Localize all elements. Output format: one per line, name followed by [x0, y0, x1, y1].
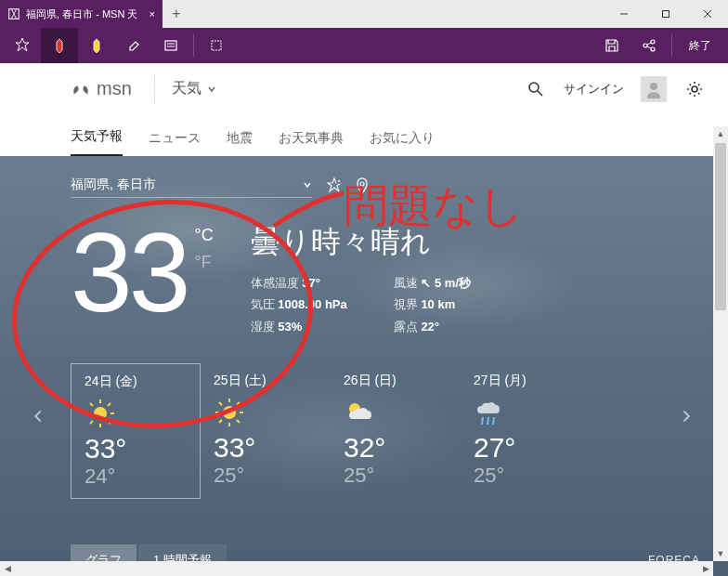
svg-line-41	[482, 417, 483, 425]
settings-button[interactable]	[683, 78, 706, 100]
window-maximize-button[interactable]	[644, 0, 686, 28]
share-button[interactable]	[630, 28, 668, 63]
forecast-prev-button[interactable]	[24, 410, 52, 423]
scroll-up-arrow[interactable]: ▲	[713, 126, 728, 141]
svg-rect-8	[212, 41, 221, 50]
svg-point-10	[651, 40, 655, 44]
svg-point-31	[223, 406, 236, 419]
msn-header: msn 天気 サインイン	[0, 63, 728, 115]
tab-title: 福岡県, 春日市 - MSN 天	[26, 7, 137, 21]
toolbar-separator	[671, 34, 672, 57]
forecast-date: 26日 (日)	[344, 373, 448, 389]
annotation-toolbar: 終了	[0, 28, 728, 63]
window-controls	[603, 0, 728, 28]
nav-tab-2[interactable]: 地震	[227, 130, 253, 156]
nav-tabs: 天気予報ニュース地震お天気事典お気に入り	[0, 115, 728, 156]
scroll-down-arrow[interactable]: ▼	[713, 546, 728, 561]
svg-point-16	[650, 83, 657, 90]
forecast-card-2[interactable]: 26日 (日)32°25°	[331, 363, 461, 499]
tab-close-icon[interactable]: ×	[149, 8, 154, 20]
location-pin-icon[interactable]	[353, 177, 371, 195]
detail-row: 湿度 53%	[251, 316, 347, 337]
detail-row: 露点 22°	[394, 316, 471, 337]
forecast-date: 25日 (土)	[214, 373, 318, 389]
svg-point-22	[94, 407, 107, 420]
svg-point-9	[644, 44, 647, 47]
svg-line-13	[647, 46, 651, 48]
detail-row: 体感温度 37°	[251, 272, 347, 294]
chevron-down-icon	[207, 85, 216, 94]
window-close-button[interactable]	[686, 0, 728, 28]
forecast-card-0[interactable]: 24日 (金)33°24°	[71, 363, 201, 499]
forecast-low: 25°	[214, 464, 318, 488]
svg-rect-5	[165, 41, 176, 50]
window-minimize-button[interactable]	[603, 0, 644, 28]
detail-row: 視界 10 km	[394, 294, 471, 315]
svg-line-28	[108, 421, 110, 424]
scroll-right-arrow[interactable]: ▶	[698, 561, 713, 576]
svg-line-39	[237, 402, 240, 405]
forecast-low: 25°	[474, 464, 578, 488]
weather-sunny-icon	[214, 397, 245, 428]
msn-logo[interactable]: msn	[71, 78, 132, 99]
svg-rect-2	[662, 11, 669, 18]
exit-webnote-button[interactable]: 終了	[676, 38, 724, 54]
svg-point-11	[651, 47, 655, 51]
forecast-card-1[interactable]: 25日 (土)33°25°	[201, 363, 331, 499]
eraser-tool-button[interactable]	[115, 28, 152, 63]
svg-line-27	[90, 403, 93, 406]
forecast-low: 25°	[344, 464, 448, 488]
weather-sunny-icon	[84, 398, 116, 429]
nav-tab-1[interactable]: ニュース	[149, 130, 201, 156]
svg-line-37	[237, 420, 240, 423]
forecast-high: 33°	[84, 433, 187, 465]
nav-tab-3[interactable]: お天気事典	[279, 130, 344, 156]
condition-text: 曇り時々晴れ	[251, 222, 471, 263]
favorite-add-icon[interactable]	[325, 177, 344, 195]
scrollbar-thumb[interactable]	[715, 143, 726, 310]
unit-celsius[interactable]: °C	[194, 226, 213, 245]
nav-tab-0[interactable]: 天気予報	[71, 128, 123, 156]
svg-line-43	[493, 417, 494, 425]
svg-line-30	[108, 403, 110, 406]
save-button[interactable]	[593, 28, 630, 63]
msn-section-label: 天気	[172, 79, 202, 98]
new-tab-button[interactable]: +	[162, 0, 190, 28]
svg-line-29	[90, 421, 93, 424]
scroll-left-arrow[interactable]: ◀	[0, 561, 15, 576]
svg-line-15	[538, 91, 542, 96]
svg-point-21	[360, 182, 364, 186]
clip-tool-button[interactable]	[198, 28, 235, 63]
svg-line-38	[219, 420, 222, 423]
note-tool-button[interactable]	[152, 28, 189, 63]
svg-line-42	[488, 417, 488, 425]
weather-rain-icon	[474, 397, 505, 428]
forecast-next-button[interactable]	[672, 410, 700, 423]
svg-point-14	[529, 83, 539, 92]
highlighter-tool-button[interactable]	[78, 28, 115, 63]
unit-fahrenheit[interactable]: °F	[194, 253, 213, 272]
forecast-date: 27日 (月)	[474, 373, 578, 389]
signin-link[interactable]: サインイン	[564, 81, 624, 98]
vertical-scrollbar[interactable]: ▲ ▼	[713, 126, 728, 561]
page-content: msn 天気 サインイン 天気予報ニュース地震お天気事典お気に入り 福岡県, 春…	[0, 63, 728, 576]
pen-tool-button[interactable]	[41, 28, 78, 63]
detail-row: 気圧 1008.00 hPa	[251, 294, 347, 315]
cursor-tool-button[interactable]	[4, 28, 41, 63]
search-button[interactable]	[525, 78, 547, 100]
nav-tab-4[interactable]: お気に入り	[370, 130, 435, 156]
location-select[interactable]: 福岡県, 春日市	[71, 173, 312, 198]
avatar[interactable]	[641, 76, 667, 102]
forecast-date: 24日 (金)	[84, 373, 187, 390]
forecast-high: 33°	[214, 432, 318, 464]
forecast-card-3[interactable]: 27日 (月)27°25°	[461, 363, 591, 499]
forecast-low: 24°	[84, 465, 187, 489]
svg-line-12	[647, 43, 651, 45]
browser-tab[interactable]: 福岡県, 春日市 - MSN 天 ×	[0, 0, 162, 28]
weather-hero: 福岡県, 春日市 33 °C °F 曇り時々晴れ 体感温度 37°気圧 1008…	[0, 156, 728, 576]
msn-section-dropdown[interactable]: 天気	[154, 75, 216, 103]
page-icon	[7, 7, 20, 20]
detail-row: 風速 ↖ 5 m/秒	[394, 272, 471, 294]
chevron-down-icon	[303, 180, 312, 190]
horizontal-scrollbar[interactable]: ◀ ▶	[0, 561, 713, 576]
